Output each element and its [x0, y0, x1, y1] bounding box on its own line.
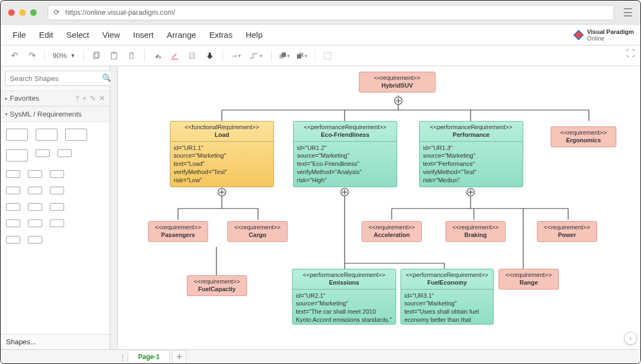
shape-item[interactable]	[6, 187, 20, 194]
help-icon[interactable]: ?	[75, 94, 79, 102]
shape-item[interactable]	[6, 203, 20, 211]
shape-item[interactable]	[50, 203, 64, 211]
menu-file[interactable]: File	[7, 28, 31, 42]
browser-menu-icon[interactable]: ☰	[623, 6, 633, 19]
requirement-cargo[interactable]: <<requirement>>Cargo	[227, 221, 288, 242]
more-shapes-button[interactable]: Shapes...	[1, 334, 110, 349]
close-icon[interactable]	[8, 9, 15, 16]
requirement-ergonomics[interactable]: <<requirement>>Ergonomics	[551, 126, 616, 147]
redo-button[interactable]: ↷	[24, 48, 40, 64]
diagram-canvas[interactable]: <<requirement>>HybridSUV <<functionalReq…	[118, 66, 640, 349]
shape-item[interactable]	[28, 170, 42, 178]
url-text: https://online.visual-paradigm.com/	[65, 8, 175, 16]
close-icon[interactable]: ✕	[99, 94, 105, 102]
shape-item[interactable]	[58, 149, 72, 157]
menu-view[interactable]: View	[97, 28, 125, 42]
requirement-performance[interactable]: <<performanceRequirement>>Performance id…	[419, 121, 523, 187]
requirement-power[interactable]: <<requirement>>Power	[537, 221, 597, 242]
menu-extras[interactable]: Extras	[204, 28, 238, 42]
shape-palette	[1, 122, 110, 334]
shape-item[interactable]	[6, 129, 28, 141]
menu-arrange[interactable]: Arrange	[162, 28, 202, 42]
paste-button[interactable]	[106, 48, 122, 64]
search-input[interactable]	[10, 74, 102, 83]
menu-edit[interactable]: Edit	[33, 28, 59, 42]
fill-color-button[interactable]	[149, 48, 165, 64]
minimize-icon[interactable]	[19, 9, 26, 16]
menu-insert[interactable]: Insert	[128, 28, 159, 42]
svg-rect-11	[282, 53, 286, 57]
waypoint-button[interactable]: ▾	[245, 48, 267, 64]
window-titlebar: ⟳ https://online.visual-paradigm.com/ ☰	[1, 1, 640, 25]
svg-marker-0	[574, 30, 583, 39]
requirement-hybridsuv[interactable]: <<requirement>>HybridSUV	[359, 72, 436, 93]
svg-rect-14	[324, 53, 331, 59]
shape-item[interactable]	[50, 187, 64, 194]
svg-rect-9	[191, 54, 196, 59]
format-painter-button[interactable]	[202, 48, 218, 64]
chevron-down-icon: ▾	[5, 111, 8, 117]
requirement-load[interactable]: <<functionalRequirement>>Load id="UR1.1"…	[170, 121, 274, 187]
shape-item[interactable]	[6, 219, 20, 227]
reload-icon[interactable]: ⟳	[54, 8, 60, 16]
shape-item[interactable]	[28, 219, 42, 227]
add-page-button[interactable]: +	[172, 350, 186, 365]
svg-rect-7	[171, 59, 178, 60]
requirement-acceleration[interactable]: <<requirement>>Acceleration	[362, 221, 422, 242]
shape-item[interactable]	[28, 236, 42, 244]
brand-logo[interactable]: Visual ParadigmOnline	[573, 28, 634, 42]
sidebar: 🔍 ⋮ ▸ Favorites ? + ✎ ✕ ▾ SysML / Requir…	[1, 66, 110, 349]
tab-page-1[interactable]: Page-1	[128, 350, 170, 363]
svg-point-6	[159, 56, 161, 59]
menu-help[interactable]: Help	[240, 28, 268, 42]
requirement-emissions[interactable]: <<performanceRequirement>>Emissions id="…	[292, 269, 396, 325]
address-bar[interactable]: ⟳ https://online.visual-paradigm.com/	[48, 5, 614, 20]
svg-rect-5	[113, 52, 115, 54]
requirement-passengers[interactable]: <<requirement>>Passengers	[148, 221, 208, 242]
toolbar: ↶ ↷ 90% ▼ → ▾ ▾ ▾ ▾	[1, 45, 640, 66]
edit-icon[interactable]: ✎	[90, 94, 96, 102]
to-back-button[interactable]: ▾	[294, 48, 310, 64]
fullscreen-icon[interactable]: ⛶	[626, 49, 635, 59]
chevron-right-icon: ▸	[5, 95, 8, 101]
sysml-section[interactable]: ▾ SysML / Requirements	[1, 106, 110, 122]
shape-item[interactable]	[6, 236, 20, 244]
search-shapes-input[interactable]: 🔍	[5, 71, 117, 86]
requirement-range[interactable]: <<requirement>>Range	[499, 269, 559, 290]
shape-item[interactable]	[65, 129, 87, 141]
copy-button[interactable]	[88, 48, 105, 64]
svg-rect-13	[297, 54, 301, 59]
shape-item[interactable]	[28, 203, 42, 211]
vp-logo-icon	[573, 30, 584, 41]
menu-select[interactable]: Select	[61, 28, 95, 42]
connection-style-button[interactable]: → ▾	[227, 48, 244, 64]
maximize-icon[interactable]	[30, 9, 37, 16]
shape-item[interactable]	[36, 149, 50, 157]
undo-button[interactable]: ↶	[6, 48, 22, 64]
page-tabs: ⋮ Page-1 +	[1, 349, 640, 364]
shape-item[interactable]	[36, 129, 58, 141]
zoom-dropdown[interactable]: 90% ▼	[49, 51, 79, 60]
favorites-section[interactable]: ▸ Favorites ? + ✎ ✕	[1, 90, 110, 106]
shadow-button[interactable]	[184, 48, 201, 64]
collapse-panel-icon[interactable]: ‹	[624, 332, 637, 345]
shape-item[interactable]	[28, 187, 42, 194]
add-icon[interactable]: +	[82, 94, 87, 102]
shape-item[interactable]	[50, 219, 64, 227]
delete-button[interactable]	[123, 48, 140, 64]
to-front-button[interactable]: ▾	[276, 48, 293, 64]
tab-options-icon[interactable]: ⋮	[118, 354, 128, 361]
requirement-fueleconomy[interactable]: <<performanceRequirement>>FuelEconomy id…	[400, 269, 494, 325]
select-region-button[interactable]	[319, 48, 336, 64]
requirement-eco[interactable]: <<performanceRequirement>>Eco-Friendline…	[293, 121, 397, 187]
shape-item[interactable]	[50, 170, 64, 178]
sidebar-splitter[interactable]	[110, 66, 118, 349]
line-color-button[interactable]	[167, 48, 183, 64]
shape-item[interactable]	[6, 170, 20, 178]
window-controls	[8, 9, 37, 16]
shape-item[interactable]	[6, 149, 28, 161]
menu-bar: File Edit Select View Insert Arrange Ext…	[1, 25, 640, 45]
requirement-braking[interactable]: <<requirement>>Braking	[445, 221, 506, 242]
requirement-fuelcapacity[interactable]: <<requirement>>FuelCapacity	[187, 275, 247, 296]
